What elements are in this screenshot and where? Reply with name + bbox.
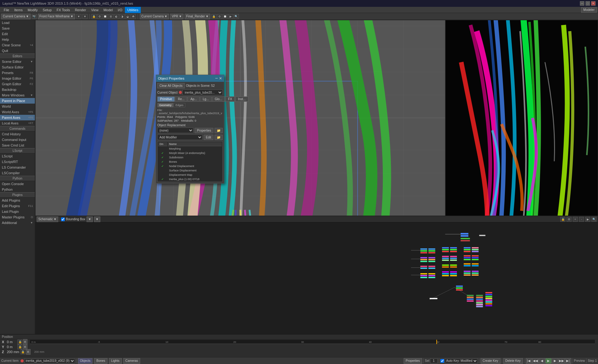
sidebar-help[interactable]: Help: [0, 37, 35, 42]
sidebar-presets[interactable]: Presets F8: [0, 70, 35, 76]
sidebar-graph-editor[interactable]: Graph Editor F2: [0, 81, 35, 87]
menu-modify[interactable]: Modify: [25, 7, 40, 13]
clear-all-objects-btn[interactable]: Clear All Objects: [157, 83, 185, 88]
camera-icon[interactable]: 📷: [32, 14, 37, 19]
render-icon-2[interactable]: ⚙: [217, 14, 222, 19]
schematic-viewport[interactable]: Schematic ▼ Bounding Box ▼ ▼ 🔒 ⚙ +: [35, 216, 598, 334]
subtab-geometry[interactable]: Geometry: [157, 103, 173, 107]
tab-re[interactable]: Re...: [175, 96, 187, 102]
bounding-box-check[interactable]: [61, 217, 65, 221]
sch-view-dropdown2[interactable]: ▼: [94, 217, 100, 222]
sidebar-lscript[interactable]: LScript: [0, 153, 35, 159]
sidebar-image-editor[interactable]: Image Editor F6: [0, 76, 35, 81]
vpr-dropdown[interactable]: VPR ▼: [170, 14, 183, 19]
prev-key-btn[interactable]: ◀◀: [532, 358, 539, 364]
bones-btn[interactable]: Bones: [94, 358, 107, 364]
modifier-row[interactable]: ✓ Subdivision: [158, 156, 222, 159]
create-key-btn[interactable]: Create Key: [481, 358, 501, 364]
sidebar-world[interactable]: World: [0, 104, 35, 109]
objects-btn[interactable]: Objects: [78, 358, 93, 364]
add-modifier-select[interactable]: Add Modifier: [157, 134, 202, 140]
vp-icon-3[interactable]: 🔲: [103, 14, 108, 19]
modifier-row[interactable]: ✓ Bones: [158, 160, 222, 164]
z-lock[interactable]: 🔒: [21, 349, 26, 354]
sidebar-save-cmd-list[interactable]: Save Cmd List: [0, 142, 35, 148]
schematic-mode-dropdown[interactable]: Schematic ▼: [37, 217, 58, 222]
z-e-btn[interactable]: E: [26, 349, 31, 355]
render-dropdown[interactable]: Final_Render ▼: [185, 14, 210, 19]
menu-render[interactable]: Render: [72, 7, 88, 13]
sidebar-edit[interactable]: Edit: [0, 31, 35, 37]
sidebar-scene-editor[interactable]: Scene Editor ▼: [0, 59, 35, 64]
sidebar-lscompiler[interactable]: LSCompiler: [0, 170, 35, 176]
modeler-btn[interactable]: Modeler: [581, 7, 597, 13]
sel-input[interactable]: [430, 358, 438, 363]
sidebar-more-windows[interactable]: More Windows ▼: [0, 92, 35, 98]
sidebar-add-plugins[interactable]: Add Plugins: [0, 198, 35, 203]
camera-dropdown[interactable]: Current Camera ▼: [1, 14, 31, 19]
jump-start-btn[interactable]: |◀: [526, 358, 532, 364]
properties-timeline-btn[interactable]: Properties: [404, 358, 422, 364]
sidebar-parent-axes[interactable]: Parent Axes +F6: [0, 115, 35, 120]
vp-icon-2[interactable]: ⚙: [97, 14, 102, 19]
menu-setup[interactable]: Setup: [40, 7, 54, 13]
view-icon[interactable]: ▼: [76, 14, 81, 19]
close-btn[interactable]: ✕: [591, 1, 596, 6]
subtab-edges[interactable]: Edges: [174, 103, 186, 107]
sidebar-ls-commander[interactable]: LS Commander: [0, 165, 35, 170]
vp-icon-8[interactable]: ◓: [131, 14, 136, 19]
jump-end-btn[interactable]: ▶|: [565, 358, 571, 364]
tab-lg[interactable]: Lg...: [200, 96, 211, 102]
minimize-btn[interactable]: ─: [580, 1, 584, 6]
replacement-select[interactable]: (none): [157, 128, 193, 133]
menu-model[interactable]: Model: [101, 7, 115, 13]
sch-icon4[interactable]: -: [579, 217, 584, 222]
sch-icon3[interactable]: +: [573, 217, 578, 222]
vp-icon-1[interactable]: 🔒: [92, 14, 97, 19]
menu-items[interactable]: Items: [12, 7, 25, 13]
cameras-btn[interactable]: Cameras: [123, 358, 140, 364]
tab-primitive[interactable]: Primitive: [157, 96, 175, 102]
modifier-row[interactable]: ✓ Inertia_plus (1.00) 07/18: [158, 177, 222, 181]
right-camera-dropdown[interactable]: Current Camera ▼: [140, 14, 169, 19]
sidebar-save[interactable]: Save: [0, 26, 35, 31]
render-icon-1[interactable]: 🔒: [211, 14, 216, 19]
folder-btn[interactable]: 📁: [215, 128, 223, 133]
modifier-row[interactable]: ✓ Nodal Displacement: [158, 164, 222, 168]
view-icon2[interactable]: ▼: [83, 14, 88, 19]
sch-icon2[interactable]: ⚙: [567, 217, 572, 222]
sidebar-load[interactable]: Load: [0, 20, 35, 26]
tab-fx[interactable]: FX: [225, 96, 235, 102]
sidebar-lscriptrt[interactable]: LScript/RT: [0, 159, 35, 165]
menu-fxtools[interactable]: FX Tools: [54, 7, 73, 13]
modifier-row[interactable]: Surface Displacement: [158, 169, 222, 172]
sidebar-local-axes[interactable]: Local Axes +F7: [0, 120, 35, 126]
sidebar-clear-scene[interactable]: Clear Scene +4: [0, 42, 35, 48]
menu-utilities[interactable]: Utilities: [125, 7, 141, 13]
sidebar-surface-editor[interactable]: Surface Editor: [0, 64, 35, 70]
sch-icon1[interactable]: 🔒: [560, 217, 565, 222]
sidebar-open-console[interactable]: Open Console: [0, 181, 35, 187]
auto-key-select[interactable]: Auto Key: Modified: [445, 358, 478, 363]
render-icon-3[interactable]: 🔲: [223, 14, 228, 19]
auto-key-check[interactable]: [440, 359, 444, 363]
maximize-btn[interactable]: □: [586, 1, 590, 6]
vp-icon-6[interactable]: ◑: [120, 14, 125, 19]
menu-io[interactable]: I/O: [115, 7, 125, 13]
render-icon-4[interactable]: ▶: [228, 14, 233, 19]
sidebar-additional[interactable]: Additional ▼: [0, 220, 35, 226]
sch-view-dropdown[interactable]: ▼: [87, 217, 93, 222]
menu-view[interactable]: View: [88, 7, 101, 13]
sidebar-backdrop[interactable]: Backdrop: [0, 87, 35, 92]
next-frame-btn[interactable]: ▶: [552, 358, 558, 364]
vp-icon-7[interactable]: ◒: [125, 14, 130, 19]
render-viewport[interactable]: [445, 20, 598, 216]
sidebar-edit-plugins[interactable]: Edit Plugins F11: [0, 203, 35, 209]
sidebar-python[interactable]: Python: [0, 187, 35, 192]
timeline-ruler-x[interactable]: 0 m -5 10 20 30 40 62 70 80: [30, 340, 595, 344]
sch-icon6[interactable]: 🔍: [591, 217, 596, 222]
tab-glo[interactable]: Glo...: [212, 96, 225, 102]
tab-inst[interactable]: Inst...: [235, 96, 248, 102]
play-btn[interactable]: ▶: [545, 358, 552, 364]
menu-file[interactable]: File: [1, 7, 12, 13]
